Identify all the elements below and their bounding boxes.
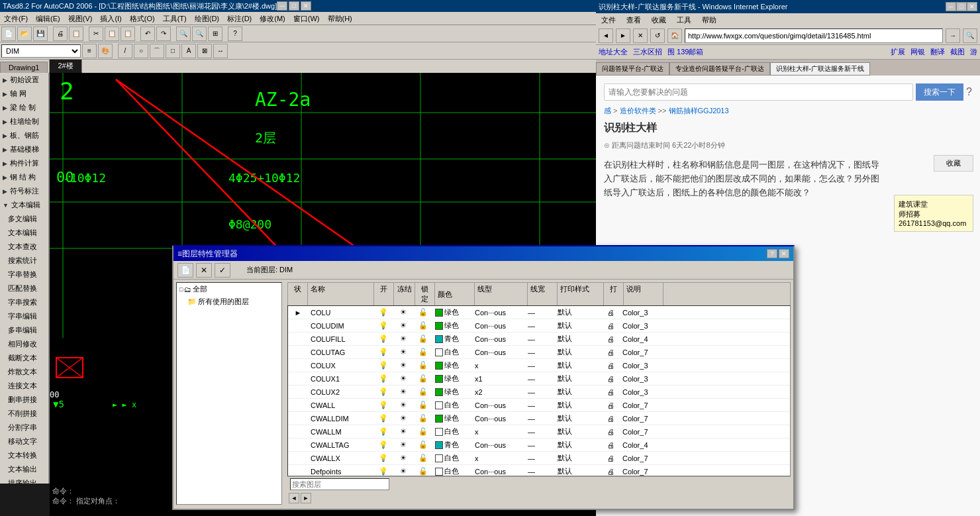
menu-insert[interactable]: 插入(I)	[96, 12, 125, 25]
maximize-button[interactable]: □	[289, 1, 299, 11]
dim-btn[interactable]: ↔	[213, 44, 228, 58]
sidebar-item-init[interactable]: ▶ 初始设置	[0, 73, 48, 87]
layer-selector[interactable]: DIM	[1, 44, 81, 58]
tree-item-all[interactable]: □ 🗂 全部	[177, 283, 281, 295]
col-header-print[interactable]: 打	[604, 283, 624, 305]
layer-row[interactable]: CWALL 💡 ☀ 🔓 白色 Con···ous — 默认 🖨 Color_7	[288, 399, 790, 412]
scroll-right-btn[interactable]: ►	[301, 493, 311, 503]
home-button[interactable]: 🏠	[667, 28, 682, 43]
tree-item-used[interactable]: 📁 所有使用的图层	[177, 295, 281, 308]
layer-color-btn[interactable]: 🎨	[98, 44, 113, 58]
sidebar-item-del-join[interactable]: 删串拼接	[0, 393, 48, 407]
menu-draw[interactable]: 绘图(D)	[191, 12, 223, 25]
sidebar-item-sort-export[interactable]: 排序输出	[0, 476, 48, 484]
zoom-in-btn[interactable]: 🔍	[176, 26, 191, 41]
sidebar-item-text-convert[interactable]: 文本转换	[0, 448, 48, 462]
sidebar-item-same-modify[interactable]: 相同修改	[0, 337, 48, 351]
col-header-color[interactable]: 颜色	[435, 283, 475, 305]
menu-view[interactable]: 视图(V)	[64, 12, 97, 25]
tab-2flr[interactable]: 2#楼	[49, 59, 81, 73]
link-screenshot[interactable]: 截图	[950, 47, 965, 57]
breadcrumb-item-3[interactable]: 钢筋抽样GGJ2013	[669, 107, 729, 115]
browser-close[interactable]: ✕	[967, 2, 977, 11]
delete-layer-btn[interactable]: ✕	[196, 263, 212, 278]
paste-btn[interactable]: 📋	[121, 26, 135, 41]
plot-btn[interactable]: 📋	[69, 26, 83, 41]
hatch-btn[interactable]: ⊠	[197, 44, 212, 58]
refresh-button[interactable]: ↺	[650, 28, 665, 43]
link-extend[interactable]: 扩展	[891, 47, 905, 57]
go-button[interactable]: →	[946, 28, 960, 43]
dialog-close-btn[interactable]: ✕	[779, 249, 789, 258]
col-header-desc[interactable]: 说明	[624, 283, 663, 305]
qa-search-button[interactable]: 搜索一下	[916, 83, 963, 101]
layer-row[interactable]: COLUX 💡 ☀ 🔓 绿色 x — 默认 🖨 Color_3	[288, 359, 790, 372]
layer-row[interactable]: COLUX1 💡 ☀ 🔓 绿色 x1 — 默认 🖨 Color_3	[288, 372, 790, 386]
print-btn[interactable]: 🖨	[53, 26, 68, 41]
set-current-btn[interactable]: ✓	[215, 263, 230, 278]
back-button[interactable]: ◄	[599, 28, 613, 43]
sidebar-item-split-str[interactable]: 分割字串	[0, 421, 48, 435]
sidebar-item-explode-text[interactable]: 炸散文本	[0, 365, 48, 379]
undo-btn[interactable]: ↶	[140, 26, 155, 41]
menu-dimension[interactable]: 标注(D)	[223, 12, 256, 25]
sidebar-item-text[interactable]: ▼ 文本编辑	[0, 198, 48, 212]
sidebar-item-steel[interactable]: ▶ 钢 结 构	[0, 170, 48, 184]
sidebar-item-axis[interactable]: ▶ 轴 网	[0, 87, 48, 101]
sidebar-item-multi-text[interactable]: 多文编辑	[0, 212, 48, 226]
breadcrumb-item-2[interactable]: 造价软件类	[620, 107, 656, 115]
menu-format[interactable]: 格式(O)	[126, 12, 159, 25]
sidebar-item-col-wall[interactable]: ▶ 柱墙绘制	[0, 115, 48, 129]
layer-table[interactable]: ► COLU 💡 ☀ 🔓 绿色 Con···ous — 默认 🖨 Color_3…	[287, 305, 791, 476]
sidebar-item-str-search[interactable]: 字串搜索	[0, 295, 48, 309]
col-header-linewidth[interactable]: 线宽	[528, 283, 558, 305]
dialog-help-btn[interactable]: ?	[767, 249, 777, 258]
layer-row[interactable]: CWALLM 💡 ☀ 🔓 白色 x — 默认 🖨 Color_7	[288, 425, 790, 439]
address-bar[interactable]	[685, 28, 943, 43]
collect-button[interactable]: 收藏	[934, 155, 973, 172]
col-header-freeze[interactable]: 冻结	[394, 283, 415, 305]
search-layer-input[interactable]	[290, 478, 389, 490]
cut-btn[interactable]: ✂	[89, 26, 103, 41]
sidebar-item-search-stat[interactable]: 搜索统计	[0, 254, 48, 268]
sidebar-item-text-export[interactable]: 文本输出	[0, 462, 48, 476]
close-button[interactable]: ✕	[301, 1, 311, 11]
link-sanshui[interactable]: 三水区招	[633, 47, 662, 57]
menu-modify[interactable]: 修改(M)	[256, 12, 289, 25]
open-btn[interactable]: 📂	[17, 26, 32, 41]
browser-menu-tools[interactable]: 工具	[671, 15, 697, 25]
qa-search-help[interactable]: ?	[966, 86, 972, 98]
link-translate[interactable]: 翻译	[930, 47, 945, 57]
search-button[interactable]: 🔍	[963, 28, 977, 43]
sidebar-item-component[interactable]: ▶ 构件计算	[0, 156, 48, 170]
link-bank[interactable]: 网银	[910, 47, 925, 57]
zoom-extent-btn[interactable]: ⊞	[208, 26, 222, 41]
stop-button[interactable]: ✕	[633, 28, 648, 43]
new-layer-btn[interactable]: 📄	[177, 263, 193, 278]
browser-menu-favorites[interactable]: 收藏	[646, 15, 671, 25]
menu-tools[interactable]: 工具(T)	[159, 12, 191, 25]
link-more[interactable]: 游	[970, 47, 977, 57]
browser-minimize[interactable]: ─	[946, 2, 956, 11]
save-btn[interactable]: 💾	[33, 26, 48, 41]
menu-file[interactable]: 文件(F)	[0, 12, 32, 25]
forward-button[interactable]: ►	[616, 28, 630, 43]
arc-btn[interactable]: ⌒	[150, 44, 164, 58]
text-btn[interactable]: A	[181, 44, 196, 58]
menu-help[interactable]: 帮助(H)	[324, 12, 356, 25]
link-email[interactable]: 围 139邮箱	[667, 47, 703, 57]
scroll-left-btn[interactable]: ◄	[289, 493, 299, 503]
menu-edit[interactable]: 编辑(E)	[32, 12, 64, 25]
sidebar-item-foundation[interactable]: ▶ 基础楼梯	[0, 142, 48, 156]
breadcrumb-item-1[interactable]: 感	[604, 107, 611, 115]
qa-search-input[interactable]	[604, 83, 913, 101]
sidebar-item-str-replace[interactable]: 字串替换	[0, 268, 48, 282]
layer-row[interactable]: COLUDIM 💡 ☀ 🔓 绿色 Con···ous — 默认 🖨 Color_…	[288, 319, 790, 333]
sidebar-item-symbol[interactable]: ▶ 符号标注	[0, 184, 48, 198]
browser-tab-1[interactable]: 问题答疑平台-广联达	[596, 62, 669, 76]
sidebar-item-connect-text[interactable]: 连接文本	[0, 379, 48, 393]
zoom-out-btn[interactable]: 🔍	[192, 26, 207, 41]
browser-tab-2[interactable]: 专业造价问题答疑平台-广联达	[669, 62, 769, 76]
browser-menu-file[interactable]: 文件	[596, 15, 621, 25]
circle-btn[interactable]: ○	[134, 44, 148, 58]
